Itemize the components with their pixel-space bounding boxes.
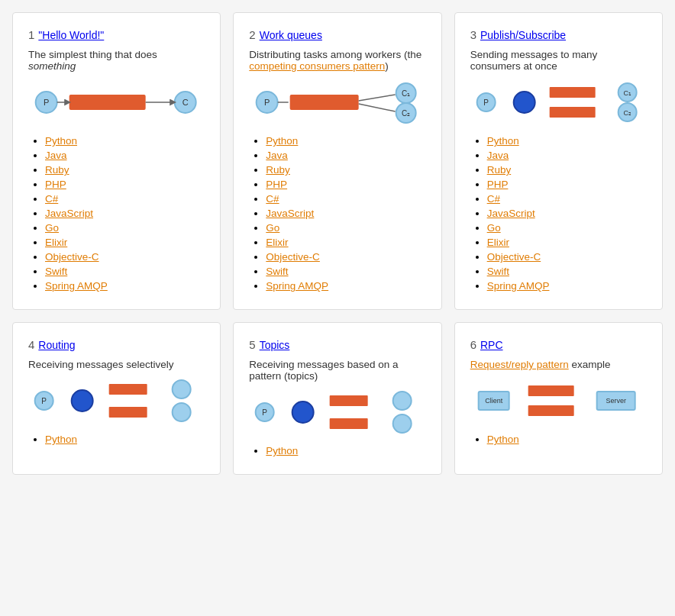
language-link[interactable]: Python xyxy=(45,135,77,147)
svg-rect-37 xyxy=(549,87,595,98)
list-item: JavaScript xyxy=(266,207,425,219)
tutorial-card-5: 5TopicsReceiving messages based on a pat… xyxy=(233,322,441,475)
card-desc-link[interactable]: Request/reply pattern xyxy=(470,359,569,370)
card-language-list: Python xyxy=(28,433,205,445)
list-item: JavaScript xyxy=(45,207,205,219)
svg-line-26 xyxy=(359,95,396,101)
language-link[interactable]: Spring AMQP xyxy=(45,280,108,292)
card-language-list: Python xyxy=(249,444,425,456)
list-item: C# xyxy=(45,192,205,205)
list-item: Java xyxy=(266,149,425,161)
tutorial-grid: 1"Hello World!"The simplest thing that d… xyxy=(12,12,663,475)
list-item: Python xyxy=(487,134,647,147)
list-item: PHP xyxy=(487,178,647,190)
language-link[interactable]: Objective-C xyxy=(45,251,99,263)
language-link[interactable]: Python xyxy=(45,434,77,445)
language-link[interactable]: Objective-C xyxy=(487,251,541,263)
svg-point-48 xyxy=(173,380,191,398)
language-link[interactable]: Swift xyxy=(45,266,67,277)
language-link[interactable]: Java xyxy=(45,150,67,161)
list-item: Java xyxy=(45,149,205,161)
language-link[interactable]: PHP xyxy=(266,179,287,190)
tutorial-card-4: 4RoutingReceiving messages selectivelyPP… xyxy=(12,322,221,475)
language-link[interactable]: Python xyxy=(266,445,298,456)
language-link[interactable]: Elixir xyxy=(487,237,509,248)
language-link[interactable]: Ruby xyxy=(45,164,69,176)
card-number: 2 xyxy=(249,28,255,41)
svg-rect-47 xyxy=(109,407,147,418)
card-description: Sending messages to many consumers at on… xyxy=(470,49,647,72)
language-link[interactable]: Python xyxy=(266,135,298,147)
language-link[interactable]: C# xyxy=(45,193,58,205)
svg-rect-6 xyxy=(69,95,146,110)
list-item: Ruby xyxy=(266,163,425,176)
svg-text:Server: Server xyxy=(606,397,626,405)
card-title-link[interactable]: Publish/Subscribe xyxy=(480,29,566,41)
card-title-link[interactable]: RPC xyxy=(480,339,503,351)
svg-point-55 xyxy=(393,392,412,410)
card-language-list: PythonJavaRubyPHPC#JavaScriptGoElixirObj… xyxy=(249,134,425,292)
card-description: Receiving messages based on a pattern (t… xyxy=(249,359,425,382)
card-header: 5Topics xyxy=(249,338,425,353)
card-desc-link[interactable]: competing consumers pattern xyxy=(249,60,385,72)
list-item: Ruby xyxy=(45,163,205,176)
language-link[interactable]: Spring AMQP xyxy=(266,280,328,292)
language-link[interactable]: JavaScript xyxy=(487,208,535,219)
card-header: 1"Hello World!" xyxy=(28,28,205,43)
card-number: 4 xyxy=(28,338,34,351)
svg-text:C₂: C₂ xyxy=(623,109,631,117)
card-title-link[interactable]: "Hello World!" xyxy=(38,29,104,41)
card-title-link[interactable]: Routing xyxy=(38,339,75,351)
language-link[interactable]: JavaScript xyxy=(266,208,314,219)
language-link[interactable]: Swift xyxy=(487,266,509,277)
language-link[interactable]: PHP xyxy=(45,179,66,190)
language-link[interactable]: Python xyxy=(487,135,519,147)
list-item: Go xyxy=(487,221,647,234)
language-link[interactable]: Java xyxy=(266,150,288,161)
card-header: 4Routing xyxy=(28,338,205,353)
svg-text:C: C xyxy=(182,98,189,107)
language-link[interactable]: Python xyxy=(487,434,519,445)
language-link[interactable]: Go xyxy=(487,222,501,234)
svg-rect-59 xyxy=(528,385,573,396)
card-header: 3Publish/Subscribe xyxy=(470,28,647,43)
language-link[interactable]: Spring AMQP xyxy=(487,280,550,292)
card-language-list: PythonJavaRubyPHPC#JavaScriptGoElixirObj… xyxy=(28,134,205,292)
list-item: Python xyxy=(45,433,205,445)
svg-text:P: P xyxy=(41,397,47,405)
list-item: Spring AMQP xyxy=(266,279,425,292)
tutorial-card-3: 3Publish/SubscribeSending messages to ma… xyxy=(454,12,663,310)
svg-rect-18 xyxy=(290,95,359,110)
language-link[interactable]: Ruby xyxy=(487,164,512,176)
language-link[interactable]: Elixir xyxy=(45,237,67,248)
language-link[interactable]: C# xyxy=(487,193,500,205)
list-item: Spring AMQP xyxy=(45,279,205,292)
language-link[interactable]: JavaScript xyxy=(45,208,93,219)
svg-text:C₁: C₁ xyxy=(402,89,410,98)
card-title-link[interactable]: Topics xyxy=(260,339,290,351)
svg-rect-46 xyxy=(109,384,147,395)
language-link[interactable]: Ruby xyxy=(266,164,290,176)
list-item: Ruby xyxy=(487,163,647,176)
list-item: Java xyxy=(487,149,647,161)
list-item: Go xyxy=(266,221,425,234)
card-description: Request/reply pattern example xyxy=(470,359,647,370)
svg-rect-53 xyxy=(330,395,368,406)
language-link[interactable]: C# xyxy=(266,193,279,205)
list-item: Python xyxy=(45,134,205,147)
svg-rect-60 xyxy=(528,405,573,416)
list-item: Elixir xyxy=(45,236,205,248)
card-title-link[interactable]: Work queues xyxy=(260,29,322,41)
list-item: Elixir xyxy=(266,236,425,248)
list-item: Objective-C xyxy=(487,250,647,263)
language-link[interactable]: Go xyxy=(266,222,279,234)
language-link[interactable]: PHP xyxy=(487,179,509,190)
language-link[interactable]: Swift xyxy=(266,266,288,277)
svg-text:P: P xyxy=(44,98,49,107)
language-link[interactable]: Elixir xyxy=(266,237,288,248)
language-link[interactable]: Go xyxy=(45,222,59,234)
language-link[interactable]: Java xyxy=(487,150,509,161)
language-link[interactable]: Objective-C xyxy=(266,251,320,263)
svg-text:C₂: C₂ xyxy=(402,109,410,118)
svg-text:P: P xyxy=(264,98,270,107)
